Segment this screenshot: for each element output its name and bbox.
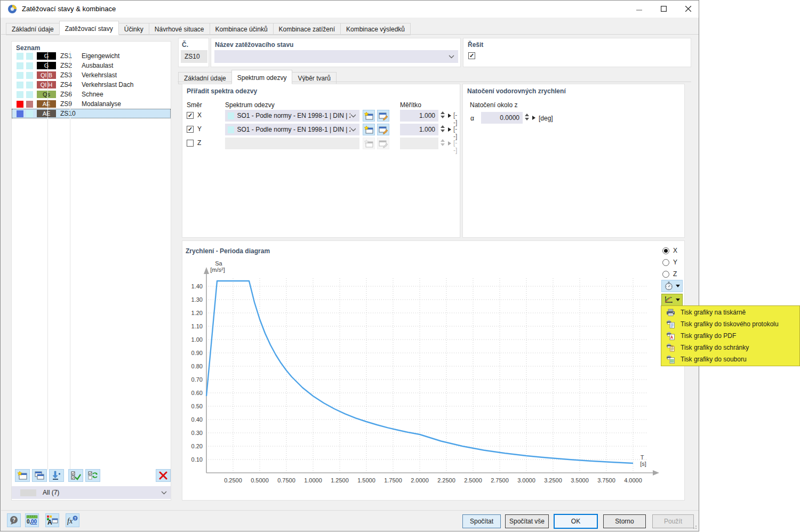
load-case-name: Modalanalyse — [82, 100, 121, 108]
check-all-button[interactable] — [68, 469, 83, 482]
list-filter-combobox[interactable]: All (7) — [12, 486, 171, 499]
direction-label: Z — [197, 139, 201, 147]
x-tick-label: 1.0000 — [304, 477, 322, 483]
load-case-row[interactable]: GZS2Ausbaulast — [12, 61, 171, 70]
solve-group: Řešit ✓ — [463, 38, 691, 67]
category-color-swatch — [26, 91, 33, 98]
scale-field-z — [400, 138, 438, 149]
insert-load-case-button[interactable] — [49, 469, 64, 482]
load-case-row[interactable]: QI BZS3Verkehrslast — [12, 70, 171, 80]
main-tab-5[interactable]: Kombinace účinků — [210, 23, 274, 35]
minimize-button[interactable] — [627, 1, 651, 17]
new-load-case-icon — [17, 471, 28, 480]
menu-item[interactable]: Tisk grafiky do PDF — [661, 330, 799, 342]
new-load-case-button[interactable] — [15, 469, 30, 482]
y-tick-label: 1.10 — [191, 323, 203, 329]
x-tick-label: 0.5000 — [251, 477, 269, 483]
scale-expander[interactable] — [448, 114, 451, 118]
load-case-name: Ausbaulast — [82, 62, 113, 69]
menu-item-label: Tisk grafiky do tiskového protokolu — [681, 320, 779, 328]
help-button[interactable]: ? — [7, 513, 21, 527]
close-button[interactable] — [676, 1, 700, 17]
column-direction: Směr — [187, 101, 202, 109]
main-tab-2[interactable]: Zatěžovací stavy — [59, 21, 119, 35]
copy-load-case-button[interactable] — [32, 469, 47, 482]
direction-checkbox-z[interactable] — [187, 140, 194, 147]
load-case-row[interactable]: AEZS10 — [12, 109, 171, 118]
main-tab-7[interactable]: Kombinace výsledků — [340, 23, 411, 35]
spo-tat-button[interactable]: Spočítat — [462, 514, 501, 528]
main-tab-3[interactable]: Účinky — [118, 23, 149, 35]
main-tab-1[interactable]: Základní údaje — [6, 23, 60, 35]
chart-direction-radio-z[interactable]: Z — [662, 270, 677, 278]
spo-tat-v-e-button[interactable]: Spočítat vše — [505, 514, 549, 528]
menu-item[interactable]: Tisk grafiky do schránky — [661, 342, 799, 353]
scale-spinner — [441, 139, 446, 146]
category-color-swatch — [26, 62, 33, 69]
storno-button[interactable]: Storno — [603, 514, 646, 528]
scale-field-x[interactable]: 1.000 — [400, 110, 438, 122]
sub-tab-1[interactable]: Základní údaje — [178, 72, 232, 84]
time-course-dropdown-button[interactable] — [661, 280, 683, 292]
action-category-badge: AE — [37, 100, 56, 108]
edit-spectrum-button[interactable] — [377, 110, 389, 122]
rotation-subtitle: Natočení okolo z — [470, 101, 517, 109]
invert-selection-button[interactable] — [85, 469, 100, 482]
case-name-combobox[interactable] — [214, 50, 458, 63]
sub-tab-2[interactable]: Spektrum odezvy — [231, 70, 293, 84]
print-context-menu: Tisk grafiky na tiskárněTisk grafiky do … — [661, 305, 800, 366]
y-tick-label: 0.50 — [191, 403, 203, 409]
action-category-badge: G — [37, 52, 56, 60]
edit-spectrum-button[interactable] — [377, 124, 389, 135]
main-tab-4[interactable]: Návrhové situace — [149, 23, 210, 35]
axis-caption: T — [641, 454, 644, 461]
ok-button[interactable]: OK — [554, 514, 598, 529]
menu-item[interactable]: Tisk grafiky na tiskárně — [661, 307, 799, 318]
sub-tab-3[interactable]: Výběr tvarů — [292, 72, 336, 84]
load-case-row[interactable]: AEZS9Modalanalyse — [12, 99, 171, 109]
new-spectrum-icon — [364, 139, 374, 148]
solve-checkbox[interactable]: ✓ — [468, 52, 475, 59]
display-settings-button[interactable]: A — [45, 513, 59, 527]
maximize-button[interactable] — [651, 1, 676, 17]
column-scale: Měřítko — [400, 101, 421, 109]
delete-load-case-button[interactable] — [156, 469, 171, 482]
alpha-expander[interactable] — [532, 116, 535, 120]
direction-label: X — [197, 111, 202, 119]
category-color-swatch — [17, 53, 23, 60]
load-case-row[interactable]: QsZS6Schnee — [12, 90, 171, 99]
direction-checkbox-x[interactable]: ✓ — [187, 112, 194, 119]
close-icon — [685, 6, 691, 12]
edit-spectrum-icon — [378, 111, 388, 120]
new-spectrum-button[interactable] — [363, 124, 375, 135]
load-case-row[interactable]: QI HZS4Verkehrslast Dach — [12, 80, 171, 90]
scale-field-y[interactable]: 1.000 — [400, 124, 438, 135]
formula-button[interactable]: fx ? — [66, 513, 79, 527]
resize-grip[interactable] — [691, 525, 697, 530]
delete-icon — [159, 471, 167, 480]
scale-expander — [448, 141, 451, 146]
spectrum-combobox-x[interactable]: SO1 - Podle normy - EN 1998-1 | DIN | 20… — [225, 110, 359, 122]
spectrum-combobox-y[interactable]: SO1 - Podle normy - EN 1998-1 | DIN | 20… — [225, 124, 359, 135]
main-tab-6[interactable]: Kombinace zatížení — [273, 23, 341, 35]
load-case-row[interactable]: GZS1Eigengewicht — [12, 51, 171, 61]
pou-t-button: Použít — [652, 514, 694, 528]
scale-spinner[interactable] — [441, 125, 446, 132]
scale-expander[interactable] — [448, 127, 451, 132]
scale-spinner[interactable] — [441, 111, 446, 118]
menu-item-label: Tisk grafiky do PDF — [681, 332, 736, 340]
direction-checkbox-y[interactable]: ✓ — [187, 126, 194, 133]
alpha-spinner[interactable] — [525, 114, 530, 120]
chart-direction-radio-y[interactable]: Y — [662, 259, 677, 266]
check-all-icon — [70, 471, 81, 480]
menu-item-label: Tisk grafiky do souboru — [681, 356, 747, 363]
titlebar: Zatěžovací stavy & kombinace — [1, 1, 699, 18]
units-settings-button[interactable]: 0, 00 — [25, 513, 39, 527]
menu-item[interactable]: Tisk grafiky do tiskového protokolu — [661, 318, 799, 330]
chart-direction-radio-x[interactable]: X — [662, 247, 677, 254]
alpha-field[interactable]: 0.0000 — [481, 112, 523, 124]
menu-item[interactable]: Tisk grafiky do souboru — [661, 353, 799, 365]
new-spectrum-button[interactable] — [363, 110, 375, 122]
diagram-print-dropdown-button[interactable] — [661, 294, 683, 306]
radio-icon — [662, 247, 669, 254]
